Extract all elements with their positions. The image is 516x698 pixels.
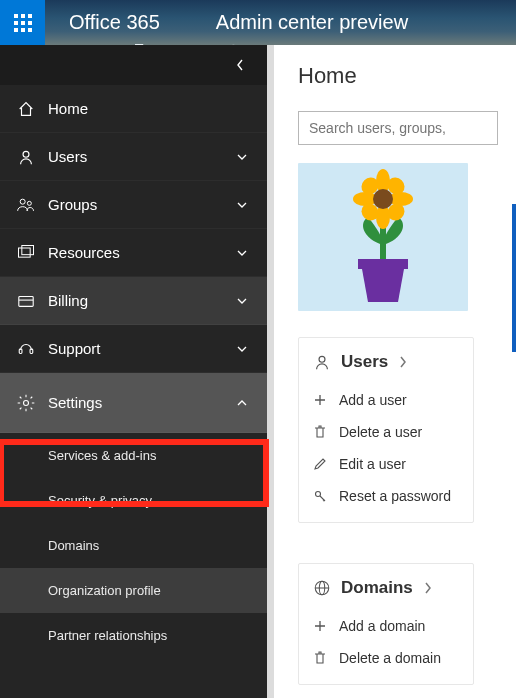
billing-icon <box>12 292 40 310</box>
svg-rect-29 <box>358 259 408 269</box>
chevron-up-icon <box>235 397 249 409</box>
svg-rect-14 <box>19 296 33 306</box>
sidebar-item-security-privacy[interactable]: Security & privacy <box>0 478 267 523</box>
svg-point-30 <box>319 356 325 362</box>
sidebar-item-label: Support <box>48 340 235 357</box>
svg-rect-3 <box>14 21 18 25</box>
action-label: Add a domain <box>339 618 425 634</box>
svg-rect-4 <box>21 21 25 25</box>
trash-icon <box>313 425 327 439</box>
user-icon <box>12 148 40 166</box>
chevron-down-icon <box>235 343 249 355</box>
sidebar-item-label: Users <box>48 148 235 165</box>
svg-rect-12 <box>19 248 31 257</box>
product-subtitle: Admin center preview <box>216 11 408 34</box>
svg-rect-8 <box>28 28 32 32</box>
app-launcher-button[interactable] <box>0 0 45 45</box>
action-label: Reset a password <box>339 488 451 504</box>
sidebar-sub-label: Partner relationships <box>48 628 167 643</box>
section-title: Domains <box>341 578 413 598</box>
sidebar-sub-label: Organization profile <box>48 583 161 598</box>
main-content: Home <box>274 45 516 698</box>
trash-icon <box>313 651 327 665</box>
sidebar-item-label: Resources <box>48 244 235 261</box>
sidebar-item-support[interactable]: Support <box>0 325 267 373</box>
action-delete-domain[interactable]: Delete a domain <box>313 642 461 674</box>
domains-card: Domains Add a domain Delete a domain <box>298 563 474 685</box>
sidebar-item-domains[interactable]: Domains <box>0 523 267 568</box>
scrollbar[interactable] <box>267 45 274 698</box>
svg-point-9 <box>23 151 29 157</box>
sidebar-item-groups[interactable]: Groups <box>0 181 267 229</box>
sidebar-item-label: Billing <box>48 292 235 309</box>
action-add-user[interactable]: Add a user <box>313 384 461 416</box>
gear-icon <box>12 393 40 413</box>
sidebar-item-label: Home <box>48 100 235 117</box>
action-label: Delete a domain <box>339 650 441 666</box>
section-title: Users <box>341 352 388 372</box>
svg-point-18 <box>24 400 29 405</box>
action-label: Edit a user <box>339 456 406 472</box>
svg-rect-0 <box>14 14 18 18</box>
sidebar-sub-label: Security & privacy <box>48 493 152 508</box>
svg-rect-5 <box>28 21 32 25</box>
svg-rect-6 <box>14 28 18 32</box>
header-bar: Office 365 Admin center preview <box>0 0 516 45</box>
chevron-right-icon[interactable] <box>398 355 408 369</box>
chevron-left-icon <box>235 58 245 72</box>
action-label: Delete a user <box>339 424 422 440</box>
plus-icon <box>313 620 327 632</box>
sidebar-item-billing[interactable]: Billing <box>0 277 267 325</box>
sidebar-collapse-button[interactable] <box>0 45 267 85</box>
welcome-card <box>298 163 468 311</box>
resources-icon <box>12 244 40 262</box>
sidebar-item-resources[interactable]: Resources <box>0 229 267 277</box>
search-input[interactable] <box>298 111 498 145</box>
sidebar-item-partner-relationships[interactable]: Partner relationships <box>0 613 267 658</box>
sidebar-item-label: Groups <box>48 196 235 213</box>
svg-rect-1 <box>21 14 25 18</box>
plus-icon <box>313 394 327 406</box>
sidebar-item-settings[interactable]: Settings <box>0 373 267 433</box>
waffle-icon <box>14 14 32 32</box>
svg-rect-2 <box>28 14 32 18</box>
support-icon <box>12 340 40 358</box>
user-icon <box>313 353 331 371</box>
users-card: Users Add a user Delete a user Edit a us… <box>298 337 474 523</box>
flower-illustration <box>328 167 438 307</box>
chevron-down-icon <box>235 151 249 163</box>
chevron-right-icon[interactable] <box>423 581 433 595</box>
action-label: Add a user <box>339 392 407 408</box>
action-edit-user[interactable]: Edit a user <box>313 448 461 480</box>
action-delete-user[interactable]: Delete a user <box>313 416 461 448</box>
globe-icon <box>313 579 331 597</box>
sidebar-sub-label: Services & add-ins <box>48 448 156 463</box>
svg-point-10 <box>20 199 25 204</box>
product-name: Office 365 <box>69 11 160 34</box>
home-icon <box>12 100 40 118</box>
sidebar-item-services-addins[interactable]: Services & add-ins <box>0 433 267 478</box>
chevron-down-icon <box>235 199 249 211</box>
pencil-icon <box>313 458 327 470</box>
card-edge <box>512 204 516 352</box>
sidebar-item-label: Settings <box>48 394 235 411</box>
svg-rect-7 <box>21 28 25 32</box>
action-reset-password[interactable]: Reset a password <box>313 480 461 512</box>
svg-point-31 <box>315 491 320 496</box>
sidebar-item-users[interactable]: Users <box>0 133 267 181</box>
page-title: Home <box>298 63 516 89</box>
svg-point-28 <box>373 189 393 209</box>
svg-point-11 <box>27 201 31 205</box>
chevron-down-icon <box>235 247 249 259</box>
groups-icon <box>12 196 40 214</box>
sidebar-sub-label: Domains <box>48 538 99 553</box>
sidebar: Home Users Groups Resources <box>0 45 267 698</box>
action-add-domain[interactable]: Add a domain <box>313 610 461 642</box>
key-icon <box>313 490 327 503</box>
svg-rect-13 <box>22 245 34 254</box>
sidebar-item-organization-profile[interactable]: Organization profile <box>0 568 267 613</box>
chevron-down-icon <box>235 295 249 307</box>
sidebar-item-home[interactable]: Home <box>0 85 267 133</box>
